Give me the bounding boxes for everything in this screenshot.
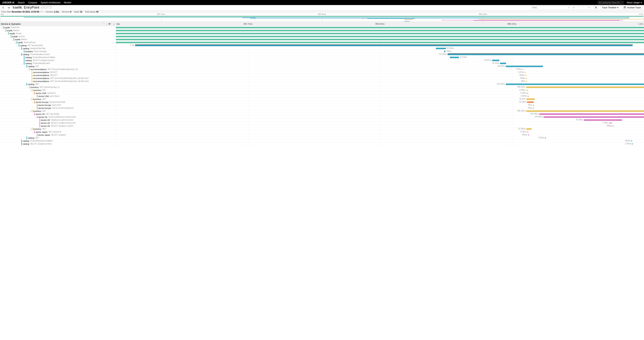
find-next-icon[interactable]: ˅ xyxy=(582,6,586,10)
span-bar[interactable] xyxy=(539,113,644,115)
collapse-deep-icon[interactable]: �˅ xyxy=(108,23,112,25)
brand[interactable]: JAEGER UI xyxy=(2,1,14,4)
expand-icon[interactable]: ⌄ xyxy=(19,54,21,55)
expand-icon[interactable]: ⌄ xyxy=(30,110,31,112)
span-row[interactable]: catalogSELECT postgres.product1.16ms xyxy=(0,142,644,146)
span-row[interactable]: ⌄catalogAnalyticsFilter.filter22.94ms xyxy=(0,47,644,50)
span-timeline[interactable]: 15.24ms xyxy=(116,101,644,104)
minimap[interactable] xyxy=(0,16,644,22)
span-row[interactable]: recommendationsSELECT653µs xyxy=(0,74,644,77)
span-bar[interactable] xyxy=(526,90,528,90)
expand-icon[interactable]: ⌄ xyxy=(8,36,10,38)
nav-monitor[interactable]: Monitor xyxy=(64,1,71,4)
expand-icon[interactable]: ⌄ xyxy=(27,68,29,70)
span-bar[interactable] xyxy=(525,75,526,76)
span-bar[interactable] xyxy=(533,105,534,106)
span-timeline[interactable]: 3.24ms xyxy=(116,68,644,71)
expand-deep-icon[interactable]: » xyxy=(113,23,114,25)
span-bar[interactable] xyxy=(527,93,528,94)
span-timeline[interactable]: 16.67ms xyxy=(116,59,644,62)
span-timeline[interactable]: 32µs xyxy=(116,104,644,106)
span-row[interactable]: ⌄catalogProductHandler.fetch14.14ms xyxy=(0,62,644,65)
span-bar[interactable] xyxy=(631,140,632,141)
expand-icon[interactable]: ⌄ xyxy=(11,38,13,40)
expand-one-icon[interactable]: › xyxy=(106,23,107,25)
span-bar[interactable] xyxy=(526,128,532,130)
span-row[interactable]: stocks UKSELECT postgres.Location584µs xyxy=(0,124,644,128)
span-timeline[interactable]: 21.23ms xyxy=(116,56,644,59)
span-bar[interactable] xyxy=(526,78,527,79)
span-row[interactable]: ⌄catalogGET85.54ms xyxy=(0,65,644,68)
expand-icon[interactable]: ⌄ xyxy=(30,128,31,130)
expand-icon[interactable]: ⌄ xyxy=(16,44,18,46)
span-row[interactable]: analyticsRead message145µs xyxy=(0,50,644,53)
span-timeline[interactable]: 12.34ms xyxy=(116,128,644,130)
span-timeline[interactable]: 22.94ms xyxy=(116,47,644,50)
span-timeline[interactable]: 341.06ms xyxy=(116,112,644,116)
span-row[interactable]: stocks UKSELECT postgres.StockLevel7.19m… xyxy=(0,122,644,124)
span-bar[interactable] xyxy=(116,30,644,31)
nav-search[interactable]: Search xyxy=(18,1,25,4)
expand-icon[interactable]: ⌄ xyxy=(32,92,34,94)
expand-icon[interactable]: ⌄ xyxy=(30,89,31,91)
span-row[interactable]: ⌄inventoryGET /stocks/:product_id395.63m… xyxy=(0,86,644,89)
span-bar[interactable] xyxy=(545,138,546,138)
span-row[interactable]: ⌄traefikEntryPoint xyxy=(0,26,644,29)
expand-icon[interactable]: ⌄ xyxy=(30,98,31,100)
span-timeline[interactable]: 87.46ms xyxy=(116,118,644,121)
span-bar[interactable] xyxy=(526,110,644,112)
span-row[interactable]: ⌄inventoryGET19.9ms xyxy=(0,98,644,101)
expand-icon[interactable]: ⌄ xyxy=(14,42,16,44)
find-help-icon[interactable]: ? xyxy=(566,6,571,10)
span-timeline[interactable]: 929µs xyxy=(116,134,644,136)
span-row[interactable]: recommendationsSELECT1.21ms xyxy=(0,71,644,74)
span-row[interactable]: ⌄inventoryGET395.28ms xyxy=(0,110,644,112)
expand-icon[interactable]: ⌄ xyxy=(32,113,34,115)
span-timeline[interactable]: 2.32ms xyxy=(116,136,644,139)
span-timeline[interactable]: 395.28ms xyxy=(116,110,644,112)
span-row[interactable]: ⌄inventoryGET12.34ms xyxy=(0,128,644,130)
span-timeline[interactable]: 7.19ms xyxy=(116,122,644,124)
span-bar[interactable] xyxy=(116,27,644,28)
span-row[interactable]: ⌄traefikMetrics xyxy=(0,29,644,32)
span-timeline[interactable]: 275.09ms xyxy=(116,116,644,118)
span-timeline[interactable]: 20µs xyxy=(116,106,644,110)
span-timeline[interactable]: 1.16ms xyxy=(116,142,644,145)
span-bar[interactable] xyxy=(527,132,528,132)
expand-icon[interactable]: ⌄ xyxy=(32,101,34,103)
span-bar[interactable] xyxy=(444,51,445,52)
span-bar[interactable] xyxy=(116,33,644,34)
span-bar[interactable] xyxy=(492,60,500,61)
span-timeline[interactable]: 4.98ms xyxy=(116,89,644,92)
expand-icon[interactable]: ⌄ xyxy=(24,66,26,67)
span-timeline[interactable]: 1.14s xyxy=(116,44,644,47)
about-menu[interactable]: About Jaeger ▾ xyxy=(627,1,642,4)
find-target-icon[interactable]: ◎ xyxy=(571,6,576,10)
span-row[interactable]: stocks USAgorm.Query1.85ms xyxy=(0,95,644,98)
lookup-input[interactable]: Lookup by Trace ID... xyxy=(598,1,624,4)
span-timeline[interactable]: 1.94ms xyxy=(116,92,644,94)
span-timeline[interactable] xyxy=(116,26,644,29)
span-bar[interactable] xyxy=(612,126,614,126)
span-row[interactable]: ⌄stocks JapanGET /stocks/:id3.22ms xyxy=(0,130,644,134)
span-timeline[interactable]: 584µs xyxy=(116,124,644,127)
span-bar[interactable] xyxy=(533,108,534,108)
span-timeline[interactable] xyxy=(116,35,644,38)
nav-architecture[interactable]: System Architecture xyxy=(40,1,60,4)
span-row[interactable]: catalogGET2.32ms xyxy=(0,136,644,140)
span-bar[interactable] xyxy=(523,69,524,70)
collapse-toggle[interactable] xyxy=(7,6,11,10)
expand-icon[interactable]: ⌄ xyxy=(35,116,36,118)
span-bar[interactable] xyxy=(500,63,506,64)
span-bar[interactable] xyxy=(135,45,633,46)
span-bar[interactable] xyxy=(116,36,644,37)
span-timeline[interactable] xyxy=(116,29,644,32)
span-bar[interactable] xyxy=(584,119,622,121)
expand-icon[interactable]: ⌄ xyxy=(24,83,26,85)
span-timeline[interactable]: 653µs xyxy=(116,74,644,76)
span-row[interactable]: recommendationsGET /recommendations/{pro… xyxy=(0,77,644,80)
span-bar[interactable] xyxy=(544,116,644,118)
span-timeline[interactable]: 1.21ms xyxy=(116,71,644,74)
span-bar[interactable] xyxy=(506,66,543,67)
span-row[interactable]: ⌄catalogProductHandler.product712.92ms xyxy=(0,53,644,56)
